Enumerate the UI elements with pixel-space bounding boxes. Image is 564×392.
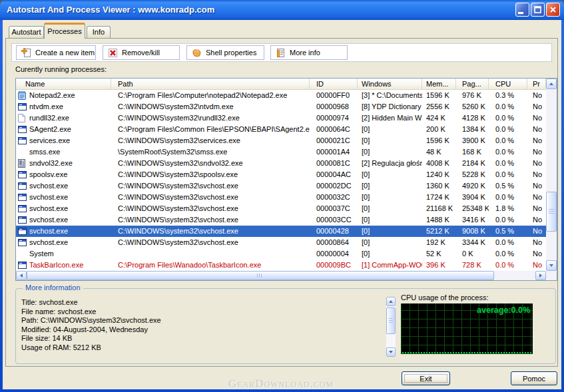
cell-id: 000001A4	[310, 146, 358, 158]
cell-windows: [0]	[358, 169, 422, 180]
column-header-mem[interactable]: Mem...	[422, 79, 456, 90]
tab-page-processes: Create a new item Remove/kill Shell prop…	[5, 38, 558, 367]
cell-name: svchost.exe	[16, 180, 111, 192]
horizontal-scrollbar[interactable]	[16, 271, 546, 280]
cell-id: 00000974	[310, 112, 358, 124]
process-row[interactable]: svchost.exeC:\WINDOWS\system32\svchost.e…	[16, 237, 546, 248]
cell-id: 00000864	[310, 237, 358, 248]
create-new-item-button[interactable]: Create a new item	[16, 45, 96, 60]
tab-autostart[interactable]: Autostart	[9, 26, 44, 39]
cell-pag: 2184 K	[456, 158, 489, 169]
cell-path: C:\WINDOWS\system32\sndvol32.exe	[111, 158, 310, 169]
more-information-groupbox: More information Title: svchost.exeFile …	[15, 288, 556, 364]
cell-mem: 1596 K	[422, 135, 456, 146]
cell-cpu: 0.0 %	[489, 169, 527, 180]
create-new-item-label: Create a new item	[35, 49, 95, 57]
process-row[interactable]: smss.exe\SystemRoot\System32\smss.exe000…	[16, 146, 546, 158]
cell-pr: No	[527, 135, 546, 146]
column-header-cpu[interactable]: CPU	[489, 79, 527, 90]
column-header-path[interactable]: Path	[111, 79, 310, 90]
cell-id: 00000428	[310, 226, 358, 237]
list-header: NamePathIDWindowsMem...Pag...CPUPr	[16, 79, 546, 90]
cell-id: 000002DC	[310, 180, 358, 192]
cell-pr: No	[527, 203, 546, 214]
horizontal-scroll-thumb[interactable]	[27, 271, 494, 280]
client-area: Autostart Processes Info Create a new it…	[3, 20, 561, 389]
cell-windows: [0]	[358, 214, 422, 226]
details-scroll-down-icon[interactable]	[386, 347, 396, 357]
cell-mem: 52 K	[422, 248, 456, 260]
process-name: svchost.exe	[29, 180, 68, 192]
scroll-left-icon[interactable]	[16, 271, 27, 280]
doc-process-icon	[18, 114, 29, 122]
column-header-id[interactable]: ID	[310, 79, 358, 90]
process-row[interactable]: svchost.exeC:\WINDOWS\system32\svchost.e…	[16, 180, 546, 192]
details-scrollbar[interactable]	[386, 297, 396, 357]
process-name: spoolsv.exe	[29, 169, 67, 180]
cell-pag: 3900 K	[456, 135, 489, 146]
column-header-windows[interactable]: Windows	[358, 79, 422, 90]
process-row[interactable]: svchost.exeC:\WINDOWS\system32\svchost.e…	[16, 192, 546, 203]
process-row[interactable]: sndvol32.exeC:\WINDOWS\system32\sndvol32…	[16, 158, 546, 169]
help-button[interactable]: Pomoc	[511, 371, 557, 385]
process-row[interactable]: spoolsv.exeC:\WINDOWS\system32\spoolsv.e…	[16, 169, 546, 180]
tab-processes[interactable]: Processes	[44, 23, 85, 39]
details-scroll-thumb[interactable]	[386, 307, 396, 334]
scroll-right-icon[interactable]	[535, 271, 546, 280]
remove-kill-button[interactable]: Remove/kill	[103, 45, 180, 60]
cell-pr: No	[527, 146, 546, 158]
process-row[interactable]: svchost.exeC:\WINDOWS\system32\svchost.e…	[16, 203, 546, 214]
title-bar[interactable]: Autostart And Process Viewer : www.konra…	[0, 0, 564, 20]
cell-path: C:\WINDOWS\system32\rundll32.exe	[111, 112, 310, 124]
cell-pag: 0 K	[456, 248, 489, 260]
cell-cpu: 0.0 %	[489, 146, 527, 158]
details-scroll-up-icon[interactable]	[386, 297, 396, 306]
cell-pag: 5228 K	[456, 169, 489, 180]
process-row[interactable]: svchost.exeC:\WINDOWS\system32\svchost.e…	[16, 214, 546, 226]
cell-pag: 976 K	[456, 90, 489, 101]
process-row[interactable]: SAgent2.exeC:\Program Files\Common Files…	[16, 124, 546, 135]
cell-path: \SystemRoot\System32\smss.exe	[111, 146, 310, 158]
cell-windows: [0]	[358, 124, 422, 135]
cell-mem: 5212 K	[422, 226, 456, 237]
process-row[interactable]: System00000004[0]52 K0 K0.0 %No	[16, 248, 546, 260]
process-name: Notepad2.exe	[29, 90, 75, 101]
exit-button[interactable]: Exit	[402, 371, 450, 385]
window-title: Autostart And Process Viewer : www.konra…	[7, 5, 214, 15]
process-row[interactable]: ntvdm.exeC:\WINDOWS\system32\ntvdm.exe00…	[16, 101, 546, 112]
column-header-name[interactable]: Name	[16, 79, 111, 90]
cell-name: TaskBarIcon.exe	[16, 260, 111, 271]
window-controls	[515, 3, 560, 17]
cell-pag: 4920 K	[456, 180, 489, 192]
column-header-pr[interactable]: Pr	[527, 79, 546, 90]
cell-name: svchost.exe	[16, 214, 111, 226]
more-info-button[interactable]: More info	[270, 45, 348, 60]
cpu-average-value: average:0.0%	[477, 305, 530, 315]
process-row[interactable]: Notepad2.exeC:\Program Files\Computer\no…	[16, 90, 546, 101]
tab-info[interactable]: Info	[87, 26, 111, 39]
cell-name: ntvdm.exe	[16, 101, 111, 112]
cell-path	[111, 248, 310, 260]
minimize-icon[interactable]	[515, 3, 529, 17]
process-row[interactable]: svchost.exeC:\WINDOWS\system32\svchost.e…	[16, 226, 546, 237]
column-header-pag[interactable]: Pag...	[456, 79, 489, 90]
remove-kill-icon	[107, 48, 118, 58]
shell-properties-button[interactable]: Shell properties	[186, 45, 264, 60]
process-list: NamePathIDWindowsMem...Pag...CPUPr Notep…	[15, 78, 557, 281]
window-process-icon	[18, 228, 29, 235]
cell-path: C:\WINDOWS\system32\svchost.exe	[111, 214, 310, 226]
processes-label: Curently running processes:	[15, 65, 107, 73]
window-process-icon	[18, 126, 29, 133]
cell-name: SAgent2.exe	[16, 124, 111, 135]
scroll-down-icon[interactable]	[546, 260, 557, 271]
scroll-up-icon[interactable]	[546, 79, 557, 89]
process-row[interactable]: TaskBarIcon.exeC:\Program Files\Wanadoo\…	[16, 260, 546, 271]
maximize-icon[interactable]	[531, 3, 545, 17]
vertical-scroll-thumb[interactable]	[546, 192, 557, 232]
close-icon[interactable]	[546, 3, 560, 17]
app-window: Autostart And Process Viewer : www.konra…	[0, 0, 564, 392]
vertical-scrollbar[interactable]	[546, 79, 557, 271]
process-row[interactable]: services.exeC:\WINDOWS\system32\services…	[16, 135, 546, 146]
process-row[interactable]: rundll32.exeC:\WINDOWS\system32\rundll32…	[16, 112, 546, 124]
cell-mem: 21168 K	[422, 203, 456, 214]
